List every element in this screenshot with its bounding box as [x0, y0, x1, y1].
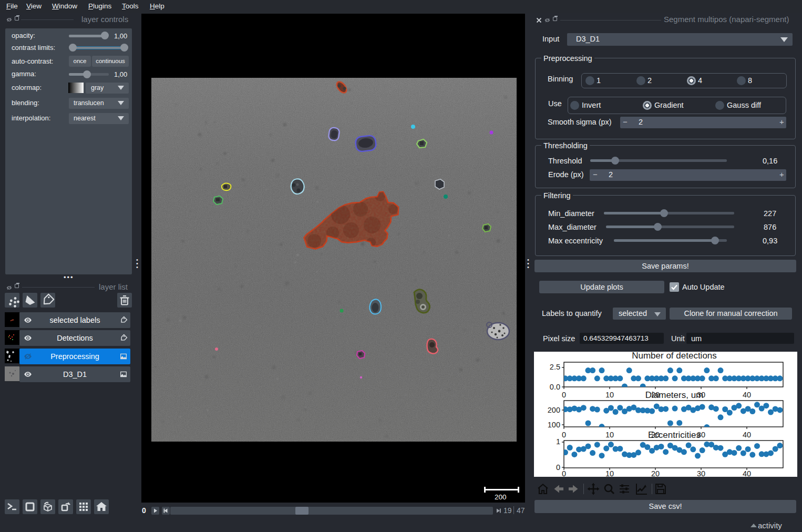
svg-text:0: 0 — [562, 431, 566, 439]
svg-text:10: 10 — [605, 391, 614, 399]
svg-text:0.0: 0.0 — [550, 383, 560, 391]
svg-text:20: 20 — [651, 391, 660, 399]
svg-text:0: 0 — [562, 469, 566, 477]
svg-text:30: 30 — [697, 391, 705, 399]
svg-text:40: 40 — [743, 469, 751, 477]
svg-text:100: 100 — [548, 421, 560, 429]
svg-text:200: 200 — [548, 406, 560, 414]
svg-text:0: 0 — [556, 463, 560, 472]
svg-text:40: 40 — [743, 391, 751, 399]
svg-text:2.5: 2.5 — [550, 363, 560, 371]
svg-text:30: 30 — [697, 431, 705, 439]
svg-text:10: 10 — [605, 431, 614, 439]
svg-text:10: 10 — [605, 469, 614, 477]
svg-text:20: 20 — [651, 469, 660, 477]
svg-text:0: 0 — [562, 391, 566, 399]
svg-text:1: 1 — [556, 437, 560, 446]
svg-text:Number of detections: Number of detections — [632, 352, 717, 361]
svg-text:40: 40 — [743, 431, 751, 439]
svg-text:20: 20 — [651, 431, 660, 439]
svg-text:30: 30 — [697, 469, 705, 477]
